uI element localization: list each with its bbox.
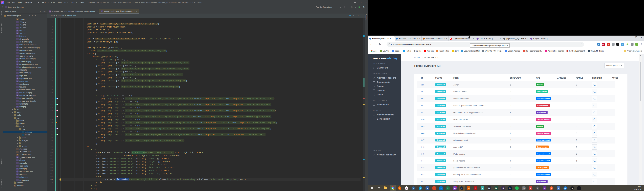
- code-line[interactable]: }: [59, 88, 360, 91]
- chevron-right-icon[interactable]: ▶: [17, 140, 19, 141]
- ticket-id-link[interactable]: #54: [421, 91, 424, 93]
- tree-file-unban-case.php[interactable]: PHPunban-case.php: [3, 91, 48, 94]
- tree-file-503.php[interactable]: PHP503.php: [3, 35, 48, 38]
- code-line[interactable]: $log['status'] = "<span class=\"badge ba…: [59, 85, 360, 88]
- menu-refactor[interactable]: Refactor: [40, 1, 50, 4]
- tree-folder-vendor[interactable]: ▶vendor: [3, 145, 48, 148]
- table-row[interactable]: #42Onbekendvoertuig die ik niet kan verk…: [416, 171, 615, 178]
- home-icon[interactable]: ⌂: [383, 43, 384, 46]
- table-row[interactable]: #50OnbekendHoe kan ik joinen?1Discord Su…: [416, 116, 615, 123]
- taskbar-nzxt-cam[interactable]: NZ: [542, 185, 548, 191]
- tree-file-creator.php[interactable]: PHPcreator.php: [3, 164, 48, 167]
- tree-file-ticket.php[interactable]: PHPticket.php: [3, 173, 48, 176]
- code-line[interactable]: } else if($log['department'] == "2") {: [59, 100, 360, 103]
- padlock-icon[interactable]: [388, 44, 390, 45]
- sidebar-item-dashboard[interactable]: Dashboard: [373, 67, 388, 69]
- color-swatch[interactable]: [56, 104, 57, 105]
- taskbar-firefox[interactable]: F: [397, 185, 402, 191]
- browser-restore-button[interactable]: ❐: [635, 36, 637, 38]
- bookmark-solusvm-login[interactable]: SolusVM - Login: [588, 50, 604, 52]
- code-line[interactable]: } else if($log['status'] == "1") {: [59, 64, 360, 67]
- view-ticket-button[interactable]: [592, 103, 597, 108]
- menu-navigate[interactable]: Navigate: [23, 1, 33, 4]
- tab-close-icon[interactable]: ✕: [554, 38, 555, 40]
- tree-file-development-case.php[interactable]: PHPdevelopment-case.php: [3, 63, 48, 66]
- tree-file-ticket-overview.php[interactable]: PHPticket-overview.php: [3, 88, 48, 91]
- bookmark-persoonlijke-agenda[interactable]: Persoonlijke agenda: [545, 50, 564, 52]
- tab-close-icon[interactable]: ✕: [526, 38, 528, 40]
- other-bookmarks-folder[interactable]: Andere bladwijzers: [624, 50, 642, 52]
- menu-tools[interactable]: Tools: [56, 1, 63, 4]
- chevron-right-icon[interactable]: ▶: [15, 120, 16, 121]
- taskbar-documents[interactable]: D: [556, 185, 561, 191]
- tree-file-404.php[interactable]: PHP404.php: [3, 29, 48, 32]
- chevron-right-icon[interactable]: ▶: [12, 112, 14, 113]
- chevron-right-icon[interactable]: ▶: [17, 143, 19, 144]
- code-line[interactable]: } else if($log['status'] == "3") {: [59, 76, 360, 79]
- color-swatch[interactable]: [56, 110, 57, 111]
- tree-folder-new[interactable]: ▼new: [3, 117, 48, 119]
- taskbar-search[interactable]: [376, 185, 382, 191]
- view-ticket-button[interactable]: [592, 96, 597, 101]
- menu-file[interactable]: File: [5, 1, 11, 4]
- code-line[interactable]: $sql = "SELECT * FROM rv_tickets ORDER B…: [59, 37, 360, 40]
- code-line[interactable]: echo '<tr><td colspan="7">Geen resultate…: [59, 49, 360, 52]
- bookmark-google[interactable]: Google: [392, 50, 400, 52]
- tree-file-alt.php[interactable]: PHPalt.php: [3, 159, 48, 162]
- view-ticket-button[interactable]: [592, 144, 597, 149]
- view-ticket-button[interactable]: [592, 165, 597, 170]
- code-line[interactable]: $result = $conn->prepare($countem);: [59, 25, 360, 28]
- tree-file-alt-case.php[interactable]: PHPalt-case.php: [3, 38, 48, 41]
- bookmark-apps[interactable]: Apps: [370, 50, 378, 52]
- ticket-id-link[interactable]: #47: [421, 139, 424, 141]
- bookmark-whmcs-uw-overz-[interactable]: WHMCS - Uw overz...: [482, 50, 502, 52]
- tree-file-comp-overview.php[interactable]: PHPcomp-overview.php: [3, 52, 48, 55]
- tree-file-unban-overview.php[interactable]: PHPunban-overview.php: [3, 94, 48, 97]
- view-ticket-button[interactable]: [592, 82, 597, 87]
- code-editor[interactable]: 1161171181191201211221231241251261271281…: [48, 18, 363, 191]
- code-line[interactable]: $log['department'] = "<span class=\"badg…: [59, 121, 360, 124]
- code-line[interactable]: [59, 34, 360, 37]
- ticket-id-link[interactable]: #42: [421, 173, 424, 176]
- ide-maximize-button[interactable]: ▢: [360, 1, 362, 4]
- tree-file-.htaccess[interactable]: ht.htaccess: [3, 18, 48, 21]
- green-bird-icon[interactable]: [636, 43, 638, 46]
- browser-tab[interactable]: phpstorm64_WgehFYB1s.png (7✕: [502, 36, 529, 41]
- sidebar-item-blackmarket[interactable]: Blackmarket: [373, 103, 389, 106]
- ticket-id-link[interactable]: #55: [421, 84, 424, 86]
- toolwindow-tab-database[interactable]: Database: [365, 14, 367, 21]
- code-line[interactable]: $result->execute();: [59, 28, 360, 31]
- tree-file-.htaccess[interactable]: ht.htaccess: [3, 147, 48, 150]
- code-line[interactable]: $log['department'] = "<span class=\"badg…: [59, 97, 360, 100]
- color-swatch[interactable]: [56, 128, 57, 129]
- tree-file-development-overview.php[interactable]: PHPdevelopment-overview.php: [3, 66, 48, 69]
- tree-folder-assets[interactable]: ▶assets: [3, 122, 48, 125]
- view-ticket-button[interactable]: [592, 137, 597, 143]
- tree-file-logout-lock.php[interactable]: PHPlogout-lock.php: [3, 77, 48, 80]
- panel-hide-icon[interactable]: —: [44, 10, 46, 13]
- browser-tab[interactable]: Roerveen | Ticket overzicht✕: [368, 36, 395, 41]
- table-row[interactable]: #41OnbekendVraag RP + Discord link1Manag…: [416, 178, 615, 185]
- fontidentifier-icon[interactable]: FI: [598, 43, 600, 46]
- bookmark-google-agenda[interactable]: Google Agenda: [505, 50, 520, 52]
- breadcrumb-link-tickets[interactable]: Tickets: [414, 56, 420, 58]
- stop-icon[interactable]: ■: [355, 6, 356, 8]
- table-row[interactable]: #53OnbekendNaam veranderen1Ingame Accoun…: [416, 95, 615, 102]
- taskbar-file-explorer[interactable]: [383, 185, 389, 191]
- taskbar-start[interactable]: [369, 185, 375, 191]
- color-swatch[interactable]: [57, 116, 58, 117]
- taskbar-slack[interactable]: sl: [404, 185, 410, 191]
- code-line[interactable]: $log['status'] = "<span class=\"badge ba…: [59, 73, 360, 76]
- blocker-badge-1-icon[interactable]: 1: [607, 43, 610, 46]
- scrollbar-thumb[interactable]: [640, 62, 642, 101]
- taskbar-pycharm[interactable]: PC: [493, 185, 499, 191]
- chevron-right-icon[interactable]: ▶: [12, 114, 14, 116]
- taskbar-designer[interactable]: ◆: [480, 185, 485, 191]
- tree-file-upload.php[interactable]: PHPupload.php: [3, 102, 48, 105]
- tree-file-.htaccess-back[interactable]: ht.htaccess-back: [3, 150, 48, 153]
- bookmark-kaashosting[interactable]: KaasHosting: [436, 50, 449, 52]
- toolwindow-tab-favorites[interactable]: 2: Favorites: [0, 179, 2, 188]
- browser-minimize-button[interactable]: —: [629, 36, 631, 38]
- code-line[interactable]: <td class="d-none d-sm-table-cell"><?= $…: [59, 172, 360, 175]
- color-swatch[interactable]: [57, 122, 58, 123]
